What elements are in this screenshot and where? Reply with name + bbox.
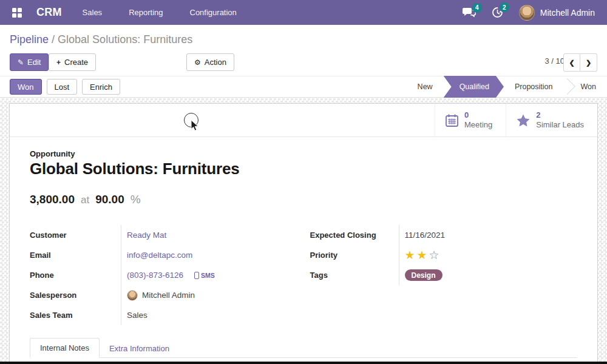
- record-type-label: Opportunity: [30, 149, 577, 158]
- plus-icon: +: [56, 58, 61, 67]
- priority-star-1-filled[interactable]: ★: [405, 248, 415, 262]
- content-background: 0 Meeting 2 Similar Leads Opportunity: [0, 98, 607, 364]
- tag-design-badge[interactable]: Design: [405, 269, 443, 281]
- messages-count-badge: 4: [472, 3, 482, 13]
- expected-closing-field-row: Expected Closing 11/16/2021: [310, 225, 578, 245]
- record-sheet: 0 Meeting 2 Similar Leads Opportunity: [9, 103, 598, 364]
- page-title: Global Solutions: Furnitures: [30, 160, 577, 178]
- control-panel: Pipeline / Global Solutions: Furnitures …: [0, 25, 607, 76]
- probability-value: 90.00: [95, 193, 124, 206]
- stage-qualified[interactable]: Qualified: [444, 76, 504, 98]
- stage-breadcrumb: New Qualified Proposition Won: [407, 76, 607, 98]
- sales-team-value[interactable]: Sales: [127, 311, 148, 320]
- button-box: 0 Meeting 2 Similar Leads: [10, 104, 597, 137]
- salesperson-field-row: Salesperson Mitchell Admin: [30, 285, 297, 305]
- user-name[interactable]: Mitchell Admin: [540, 8, 595, 18]
- customer-value-link[interactable]: Ready Mat: [127, 231, 166, 240]
- percent-sign: %: [131, 193, 141, 206]
- user-avatar[interactable]: [519, 5, 535, 21]
- menu-reporting[interactable]: Reporting: [129, 8, 163, 17]
- similar-leads-count: 2: [536, 110, 584, 120]
- phone-value-link[interactable]: (803)-873-6126: [127, 271, 183, 280]
- tags-label: Tags: [310, 271, 399, 280]
- meeting-count: 0: [464, 110, 492, 120]
- meeting-label: Meeting: [464, 120, 492, 130]
- sms-button[interactable]: SMS: [194, 272, 215, 279]
- salesperson-avatar: [127, 290, 138, 301]
- expected-revenue-value: 3,800.00: [30, 193, 75, 206]
- breadcrumb-separator: /: [52, 33, 58, 46]
- stage-new[interactable]: New: [407, 76, 444, 98]
- customer-label: Customer: [30, 231, 121, 240]
- breadcrumb-current: Global Solutions: Furnitures: [58, 33, 192, 46]
- priority-star-2-filled[interactable]: ★: [417, 248, 427, 262]
- app-title[interactable]: CRM: [36, 6, 62, 19]
- create-button[interactable]: + Create: [49, 53, 96, 71]
- chevron-left-icon: ❮: [569, 59, 574, 67]
- salesperson-value[interactable]: Mitchell Admin: [142, 291, 195, 300]
- star-icon: [516, 113, 531, 127]
- stage-separator-chevron: [564, 76, 570, 98]
- notebook-tabs: Internal Notes Extra Information: [30, 337, 577, 358]
- email-field-row: Email info@deltapc.com: [30, 245, 297, 265]
- mouse-cursor-indicator: [184, 113, 200, 129]
- phone-field-row: Phone (803)-873-6126 SMS: [30, 265, 297, 285]
- breadcrumb-pipeline-link[interactable]: Pipeline: [10, 33, 49, 46]
- activities-button[interactable]: 2: [492, 7, 503, 18]
- at-label: at: [81, 194, 89, 206]
- fields-right-column: Expected Closing 11/16/2021 Priority ★ ★…: [310, 225, 578, 325]
- stage-won[interactable]: Won: [570, 76, 607, 98]
- messages-button[interactable]: 4: [463, 7, 476, 18]
- menu-configuration[interactable]: Configuration: [190, 8, 237, 17]
- tags-field-row: Tags Design: [310, 265, 578, 285]
- similar-leads-label: Similar Leads: [536, 120, 584, 130]
- expected-revenue-row: 3,800.00 at 90.00 %: [30, 193, 577, 206]
- menu-sales[interactable]: Sales: [83, 8, 103, 17]
- pager-next-button[interactable]: ❯: [580, 53, 597, 72]
- expected-closing-value[interactable]: 11/16/2021: [405, 231, 446, 240]
- mobile-phone-icon: [194, 272, 199, 279]
- email-value-link[interactable]: info@deltapc.com: [127, 251, 192, 260]
- lost-button[interactable]: Lost: [47, 79, 78, 95]
- meetings-stat-button[interactable]: 0 Meeting: [435, 104, 506, 136]
- top-navbar: CRM Sales Reporting Configuration 4 2: [0, 0, 607, 25]
- salesperson-label: Salesperson: [30, 291, 121, 300]
- cursor-arrow-icon: [191, 120, 200, 131]
- stage-proposition[interactable]: Proposition: [504, 76, 564, 98]
- crm-form-screen: CRM Sales Reporting Configuration 4 2: [0, 0, 607, 364]
- pager-previous-button[interactable]: ❮: [563, 53, 580, 72]
- breadcrumb: Pipeline / Global Solutions: Furnitures: [0, 25, 607, 46]
- similar-leads-stat-button[interactable]: 2 Similar Leads: [506, 104, 597, 136]
- activities-count-badge: 2: [500, 2, 509, 12]
- expected-closing-label: Expected Closing: [310, 231, 399, 240]
- pencil-icon: ✎: [18, 58, 24, 67]
- action-menu-button[interactable]: ⚙ Action: [186, 53, 234, 71]
- tab-extra-information[interactable]: Extra Information: [100, 339, 179, 358]
- apps-menu-icon[interactable]: [12, 8, 22, 18]
- won-button[interactable]: Won: [10, 79, 42, 95]
- gear-icon: ⚙: [194, 58, 201, 67]
- priority-star-3-empty[interactable]: ☆: [429, 248, 439, 262]
- phone-label: Phone: [30, 271, 121, 280]
- sales-team-label: Sales Team: [30, 311, 121, 320]
- sales-team-field-row: Sales Team Sales: [30, 305, 297, 325]
- email-label: Email: [30, 251, 121, 260]
- record-pager-counter: 3 / 10: [544, 56, 565, 66]
- calendar-icon: [445, 113, 459, 127]
- priority-label: Priority: [310, 251, 399, 260]
- tab-internal-notes[interactable]: Internal Notes: [30, 338, 100, 358]
- window-bottom-edge: [0, 362, 607, 364]
- priority-field-row: Priority ★ ★ ☆: [310, 245, 578, 265]
- customer-field-row: Customer Ready Mat: [30, 225, 297, 245]
- enrich-button[interactable]: Enrich: [82, 79, 120, 95]
- sheet-body: Opportunity Global Solutions: Furnitures…: [10, 137, 597, 358]
- form-statusbar: Won Lost Enrich New Qualified Propositio…: [0, 76, 607, 98]
- chevron-right-icon: ❯: [586, 59, 591, 67]
- fields-left-column: Customer Ready Mat Email info@deltapc.co…: [30, 225, 297, 325]
- field-grid: Customer Ready Mat Email info@deltapc.co…: [30, 225, 577, 325]
- edit-button[interactable]: ✎ Edit: [10, 53, 49, 71]
